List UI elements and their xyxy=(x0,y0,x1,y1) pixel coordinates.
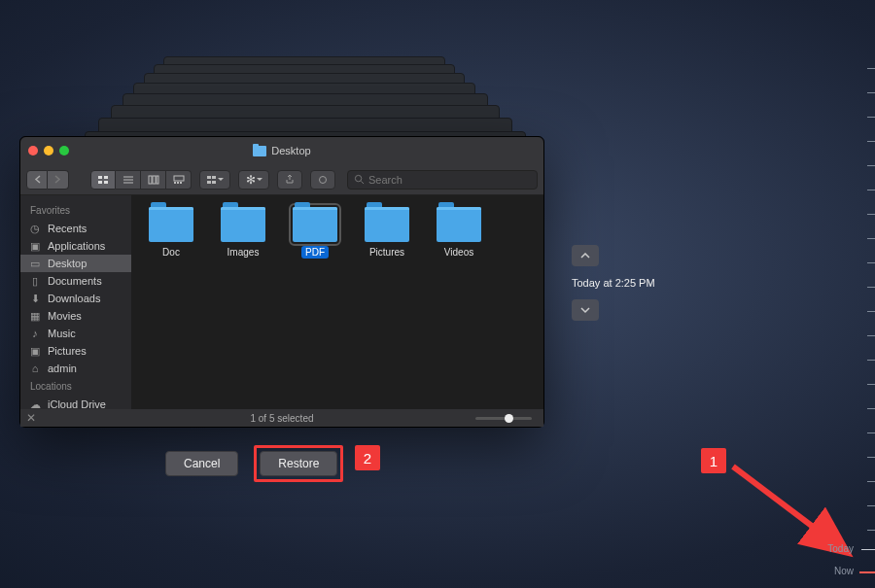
restore-button[interactable]: Restore xyxy=(260,451,337,476)
back-button[interactable] xyxy=(26,170,48,190)
svg-rect-0 xyxy=(98,176,102,179)
group-by-dropdown[interactable] xyxy=(199,170,230,190)
action-dropdown[interactable]: ✻ xyxy=(238,170,269,190)
svg-rect-7 xyxy=(149,176,152,184)
folder-icon xyxy=(149,207,193,242)
sidebar: Favorites ◷Recents ▣Applications ▭Deskto… xyxy=(20,195,131,409)
list-view-button[interactable] xyxy=(116,170,141,190)
annotation-badge-1: 1 xyxy=(701,448,726,473)
svg-rect-15 xyxy=(207,181,211,184)
folder-icon xyxy=(253,146,266,156)
svg-rect-14 xyxy=(207,176,211,179)
icon-view-button[interactable] xyxy=(90,170,116,190)
sidebar-item-applications[interactable]: ▣Applications xyxy=(20,237,131,255)
close-icon[interactable] xyxy=(28,146,38,156)
status-text: 1 of 5 selected xyxy=(250,413,313,424)
share-button[interactable] xyxy=(277,170,302,190)
sidebar-item-icloud[interactable]: ☁iCloud Drive xyxy=(20,396,131,409)
annotation-arrow xyxy=(729,461,875,577)
time-label: Today at 2:25 PM xyxy=(572,274,655,292)
sidebar-header-favorites: Favorites xyxy=(20,201,131,220)
folder-content[interactable]: Doc Images PDF Pictures Videos xyxy=(131,195,543,409)
svg-rect-10 xyxy=(174,176,184,181)
gallery-view-button[interactable] xyxy=(166,170,192,190)
music-icon: ♪ xyxy=(28,328,42,339)
sidebar-item-movies[interactable]: ▦Movies xyxy=(20,307,131,325)
download-icon: ⬇ xyxy=(28,293,42,304)
sidebar-item-documents[interactable]: ▯Documents xyxy=(20,272,131,290)
window-title: Desktop xyxy=(271,145,310,156)
annotation-badge-2: 2 xyxy=(355,445,380,470)
svg-rect-13 xyxy=(180,182,182,184)
forward-button[interactable] xyxy=(48,170,69,190)
svg-rect-16 xyxy=(212,176,216,179)
svg-rect-1 xyxy=(104,176,108,179)
folder-item-selected[interactable]: PDF xyxy=(281,207,349,259)
movie-icon: ▦ xyxy=(28,310,42,322)
home-icon: ⌂ xyxy=(28,363,42,374)
column-view-button[interactable] xyxy=(141,170,166,190)
action-row: Cancel Restore xyxy=(165,445,343,482)
svg-line-20 xyxy=(361,181,364,184)
svg-rect-11 xyxy=(174,182,176,184)
svg-rect-9 xyxy=(157,176,158,184)
time-prev-button[interactable] xyxy=(572,245,599,266)
tags-button[interactable] xyxy=(310,170,335,190)
timeline-today-label: Today xyxy=(827,543,854,554)
folder-item[interactable]: Videos xyxy=(425,207,493,259)
folder-item[interactable]: Doc xyxy=(137,207,205,259)
icon-size-slider[interactable] xyxy=(475,417,532,420)
svg-point-19 xyxy=(355,175,361,181)
time-nav: Today at 2:25 PM xyxy=(572,245,655,321)
svg-point-18 xyxy=(320,176,327,183)
sidebar-item-admin[interactable]: ⌂admin xyxy=(20,360,131,377)
picture-icon: ▣ xyxy=(28,345,42,357)
maximize-icon[interactable] xyxy=(59,146,69,156)
search-icon xyxy=(354,174,365,185)
svg-rect-8 xyxy=(153,176,156,184)
folder-icon xyxy=(221,207,265,242)
desktop-icon: ▭ xyxy=(28,258,42,269)
finder-window: Desktop ✻ Search Favorites ◷Recents ▣ xyxy=(19,136,544,428)
doc-icon: ▯ xyxy=(28,275,42,287)
svg-rect-12 xyxy=(177,182,179,184)
status-bar: ✕ 1 of 5 selected xyxy=(20,409,543,427)
svg-line-21 xyxy=(733,467,844,550)
svg-rect-3 xyxy=(104,181,108,184)
search-field[interactable]: Search xyxy=(347,170,538,190)
folder-icon xyxy=(437,207,481,242)
svg-rect-2 xyxy=(98,181,102,184)
toolbar: ✻ Search xyxy=(20,164,543,195)
cloud-icon: ☁ xyxy=(28,398,42,409)
time-next-button[interactable] xyxy=(572,299,599,321)
folder-item[interactable]: Pictures xyxy=(353,207,421,259)
folder-icon xyxy=(293,207,337,242)
cancel-button[interactable]: Cancel xyxy=(165,451,238,476)
timeline-now-label: Now xyxy=(834,566,854,576)
window-controls xyxy=(28,146,69,156)
apps-icon: ▣ xyxy=(28,240,42,252)
search-placeholder: Search xyxy=(368,174,402,186)
clock-icon: ◷ xyxy=(28,223,42,234)
sidebar-item-music[interactable]: ♪Music xyxy=(20,325,131,342)
folder-item[interactable]: Images xyxy=(209,207,277,259)
sidebar-item-recents[interactable]: ◷Recents xyxy=(20,220,131,237)
sidebar-item-pictures[interactable]: ▣Pictures xyxy=(20,342,131,360)
svg-rect-17 xyxy=(212,181,216,184)
sidebar-item-desktop[interactable]: ▭Desktop xyxy=(20,255,131,272)
titlebar: Desktop xyxy=(20,137,543,164)
minimize-icon[interactable] xyxy=(44,146,53,156)
timeline[interactable]: Today Now xyxy=(858,0,875,588)
folder-icon xyxy=(365,207,409,242)
annotation-highlight-restore: Restore xyxy=(254,445,343,482)
sidebar-header-locations: Locations xyxy=(20,377,131,396)
close-x-icon[interactable]: ✕ xyxy=(26,411,36,425)
sidebar-item-downloads[interactable]: ⬇Downloads xyxy=(20,290,131,307)
view-mode-segment xyxy=(90,170,192,190)
